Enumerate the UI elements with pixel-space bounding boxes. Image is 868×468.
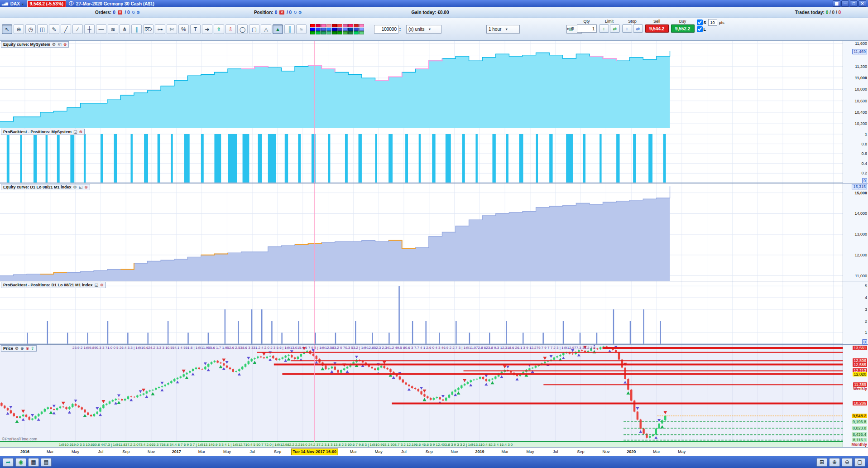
time-axis[interactable]: Tue 14-Nov-2017 16:00 2016MarMayJulSepNo…	[0, 447, 868, 456]
color-swatch[interactable]	[354, 31, 359, 34]
color-swatch[interactable]	[337, 31, 342, 34]
color-swatch[interactable]	[326, 28, 331, 31]
buy-marker-tool[interactable]: ⇧	[214, 24, 224, 34]
line-chart-button[interactable]: ≈	[296, 24, 307, 34]
limit-buy-button[interactable]: ↕	[599, 24, 609, 33]
quantity-input[interactable]	[374, 25, 398, 34]
info-icon[interactable]: ⓘ	[69, 0, 73, 7]
symbol-dropdown[interactable]: DAX ▼	[10, 1, 24, 6]
color-swatch[interactable]	[359, 31, 364, 34]
color-swatch[interactable]	[326, 31, 331, 34]
color-swatch[interactable]	[348, 24, 353, 27]
close-icon[interactable]: ⊗	[26, 346, 29, 351]
l-checkbox[interactable]	[697, 26, 703, 32]
s-checkbox[interactable]	[697, 19, 703, 25]
close-icon[interactable]: ⊗	[63, 42, 67, 47]
equity-mysystem-chart[interactable]: Equity curve: MySystem ⚙ ◱ ⊗	[0, 41, 843, 128]
mountain-chart-button[interactable]: ▲	[273, 24, 283, 34]
channel-tool[interactable]: ∥	[131, 24, 142, 34]
positions-d1-chart[interactable]: ProBacktest - Positions: D1 Lo 08/21 M1 …	[0, 281, 843, 344]
color-swatch[interactable]	[321, 28, 326, 31]
zoom-in-icon[interactable]: ⊕	[829, 458, 840, 467]
sell-button[interactable]: 9,544.2	[645, 24, 669, 33]
grid-view-icon[interactable]: ▦	[28, 458, 39, 467]
properties-icon[interactable]: ⚙	[15, 346, 19, 351]
delete-tool[interactable]: ⌦	[143, 24, 153, 34]
properties-icon[interactable]: ⚙	[73, 185, 77, 189]
color-swatch[interactable]	[310, 24, 315, 27]
sell-marker-tool[interactable]: ⇩	[225, 24, 236, 34]
close-icon[interactable]: ⊗	[100, 283, 104, 287]
fullscreen-icon[interactable]: ▢	[854, 458, 865, 467]
color-swatch[interactable]	[359, 28, 364, 31]
collapse-panel-icon[interactable]: ▸	[567, 26, 570, 31]
detach-window-icon[interactable]: ◱	[73, 130, 77, 134]
expand-icon[interactable]: ⇧	[31, 346, 34, 351]
pencil-tool[interactable]: ✎	[49, 24, 59, 34]
pin-icon[interactable]: ⊕	[20, 346, 24, 351]
ray-tool[interactable]: ∕	[72, 24, 83, 34]
buy-button[interactable]: 9,552.2	[671, 24, 695, 33]
positions-d1-axis[interactable]: 543210	[843, 281, 868, 344]
color-swatch[interactable]	[348, 28, 353, 31]
ellipse-tool[interactable]: ◯	[237, 24, 248, 34]
color-swatch[interactable]	[316, 28, 321, 31]
color-swatch[interactable]	[354, 24, 359, 27]
trendline-tool[interactable]: ╱	[61, 24, 71, 34]
color-swatch[interactable]	[359, 24, 364, 27]
positions-mysystem-axis[interactable]: 10.80.60.40.20	[843, 128, 868, 183]
color-swatch[interactable]	[321, 24, 326, 27]
price-axis[interactable]: 13,56112,80612,58512,21312,02011,389Week…	[843, 345, 868, 447]
alarm-tool[interactable]: ◷	[25, 24, 36, 34]
equity-d1-chart[interactable]: Equity curve: D1 Lo 08/21 M1 index ⚙ ◱ ⊗	[0, 183, 843, 281]
triangle-tool[interactable]: △	[261, 24, 271, 34]
zoom-tool[interactable]: ⊕	[14, 24, 24, 34]
color-swatch[interactable]	[310, 31, 315, 34]
color-swatch[interactable]	[354, 28, 359, 31]
position-settings-icon[interactable]: ⚙	[298, 10, 302, 15]
order-qty-input[interactable]	[577, 24, 597, 33]
color-swatch[interactable]	[348, 31, 353, 34]
apps-grid-icon[interactable]: ▦	[833, 0, 840, 7]
limit-sell-button[interactable]: ⇄	[610, 24, 620, 33]
candlestick-chart-button[interactable]: ║	[284, 24, 295, 34]
color-swatch[interactable]	[332, 31, 337, 34]
positions-mysystem-chart[interactable]: ProBacktest - Positions: MySystem ◱ ⊗	[0, 128, 843, 183]
color-swatch[interactable]	[343, 31, 348, 34]
equity-mysystem-axis[interactable]: 11,60011,46911,20011,00010,80010,60010,4…	[843, 41, 868, 128]
connection-status-icon[interactable]: ◉	[15, 458, 26, 467]
text-tool[interactable]: T	[190, 24, 201, 34]
pitchfork-tool[interactable]: ⋔	[120, 24, 130, 34]
color-swatch[interactable]	[316, 24, 321, 27]
color-swatch[interactable]	[316, 31, 321, 34]
stop-buy-button[interactable]: ↕	[622, 24, 632, 33]
magnet-tool[interactable]: ⊶	[155, 24, 165, 34]
timeframe-select[interactable]: 1 hour ▼	[486, 25, 520, 34]
pts-input[interactable]	[708, 19, 717, 26]
close-icon[interactable]: ⊗	[84, 185, 88, 189]
detach-window-icon[interactable]: ◱	[79, 185, 83, 189]
share-icon[interactable]: ➦	[3, 458, 14, 467]
scissors-tool[interactable]: ✄	[167, 24, 177, 34]
refresh-orders-icon[interactable]: ↻	[132, 10, 135, 15]
fibonacci-tool[interactable]: ≋	[108, 24, 118, 34]
order-tools-icon[interactable]: ⚙	[571, 26, 575, 31]
pointer-tool[interactable]: ↖	[2, 24, 12, 34]
close-icon[interactable]: ✕	[858, 0, 866, 7]
color-swatch[interactable]	[326, 24, 331, 27]
rectangle-tool[interactable]: ▢	[249, 24, 259, 34]
price-chart[interactable]: Price ⚙ ⊕ ⊗ ⇧ 23.9 2 1@9,890.3 3 71.0 0 …	[0, 345, 843, 447]
crosshair-tool[interactable]: ┼	[84, 24, 95, 34]
detach-window-icon[interactable]: ◱	[58, 42, 62, 47]
color-swatch[interactable]	[337, 24, 342, 27]
list-view-icon[interactable]: ▤	[41, 458, 52, 467]
eraser-tool[interactable]: ◫	[37, 24, 48, 34]
stop-sell-button[interactable]: ⇄	[633, 24, 643, 33]
hline-tool[interactable]: ―	[96, 24, 106, 34]
equity-d1-axis[interactable]: 15,31515,00014,00013,00012,00011,000	[843, 183, 868, 281]
orders-settings-icon[interactable]: ⚙	[136, 10, 140, 15]
quantity-stepper[interactable]: ▲▼	[399, 27, 401, 32]
units-select[interactable]: (x) units ▼	[406, 25, 441, 34]
calendar-icon[interactable]: ⊞	[816, 458, 827, 467]
color-swatch[interactable]	[332, 28, 337, 31]
